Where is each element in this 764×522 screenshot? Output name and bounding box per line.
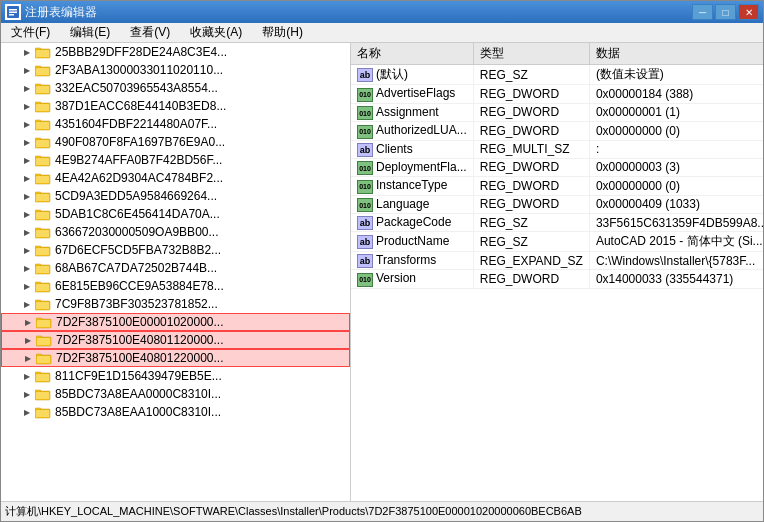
cell-type: REG_DWORD (473, 195, 589, 214)
svg-rect-103 (35, 391, 50, 392)
cell-name: 010AuthorizedLUA... (351, 122, 473, 141)
close-button[interactable]: ✕ (738, 4, 759, 20)
tree-arrow-icon: ▶ (22, 352, 34, 364)
svg-rect-22 (36, 104, 49, 111)
table-row[interactable]: 010DeploymentFla...REG_DWORD0x00000003 (… (351, 158, 763, 177)
status-text: 计算机\HKEY_LOCAL_MACHINE\SOFTWARE\Classes\… (5, 504, 582, 519)
tree-arrow-icon: ▶ (21, 406, 33, 418)
tree-item[interactable]: ▶ 7D2F3875100E00001020000... (1, 313, 350, 331)
tree-item[interactable]: ▶ 85BDC73A8EAA1000C8310I... (1, 403, 350, 421)
tree-item[interactable]: ▶ 25BBB29DFF28DE24A8C3E4... (1, 43, 350, 61)
tree-arrow-icon: ▶ (21, 190, 33, 202)
tree-item[interactable]: ▶ 85BDC73A8EAA0000C8310I... (1, 385, 350, 403)
maximize-button[interactable]: □ (715, 4, 736, 20)
tree-item[interactable]: ▶ 68AB67CA7DA72502B744B... (1, 259, 350, 277)
tree-arrow-icon: ▶ (21, 262, 33, 274)
tree-label: 4EA42A62D9304AC4784BF2... (55, 171, 223, 185)
tree-item[interactable]: ▶ 636672030000509ОA9BB00... (1, 223, 350, 241)
svg-rect-23 (35, 103, 50, 104)
tree-item[interactable]: ▶ 7D2F3875100E40801220000... (1, 349, 350, 367)
svg-rect-57 (36, 230, 49, 237)
cell-name: 010AdvertiseFlags (351, 85, 473, 104)
menu-item[interactable]: 文件(F) (5, 22, 56, 43)
tree-item[interactable]: ▶ 2F3ABA13000033011020110... (1, 61, 350, 79)
folder-icon (35, 99, 51, 113)
menu-item[interactable]: 编辑(E) (64, 22, 116, 43)
svg-rect-47 (36, 194, 49, 201)
table-row[interactable]: 010VersionREG_DWORD0x14000033 (335544371… (351, 270, 763, 289)
tree-item[interactable]: ▶ 5DAB1C8C6E456414DA70A... (1, 205, 350, 223)
cell-type: REG_MULTI_SZ (473, 140, 589, 158)
folder-icon (35, 279, 51, 293)
svg-rect-48 (35, 193, 50, 194)
tree-arrow-icon: ▶ (22, 316, 34, 328)
left-pane[interactable]: ▶ 25BBB29DFF28DE24A8C3E4...▶ 2F3ABA13000… (1, 43, 351, 501)
cell-name: 010Assignment (351, 103, 473, 122)
tree-item[interactable]: ▶ 332EAC50703965543A8554... (1, 79, 350, 97)
tree-item[interactable]: ▶ 387D1EACC68E44140B3ED8... (1, 97, 350, 115)
regedit-window: 注册表编辑器 ─ □ ✕ 文件(F)编辑(E)查看(V)收藏夹(A)帮助(H) … (0, 0, 764, 522)
svg-rect-83 (36, 319, 51, 320)
menu-item[interactable]: 帮助(H) (256, 22, 309, 43)
cell-data: 0x00000000 (0) (589, 177, 763, 196)
title-bar-left: 注册表编辑器 (5, 4, 97, 21)
menu-item[interactable]: 收藏夹(A) (184, 22, 248, 43)
tree-label: 2F3ABA13000033011020110... (55, 63, 223, 77)
svg-rect-63 (35, 247, 50, 248)
cell-name: abClients (351, 140, 473, 158)
tree-label: 6E815EB96CCE9A53884E78... (55, 279, 224, 293)
tree-label: 25BBB29DFF28DE24A8C3E4... (55, 45, 227, 59)
folder-icon (35, 63, 51, 77)
svg-rect-17 (36, 86, 49, 93)
table-row[interactable]: abClientsREG_MULTI_SZ: (351, 140, 763, 158)
cell-name: 010Language (351, 195, 473, 214)
col-name: 名称 (351, 43, 473, 65)
folder-icon (35, 207, 51, 221)
cell-type: REG_DWORD (473, 103, 589, 122)
tree-item[interactable]: ▶ 7D2F3875100E40801120000... (1, 331, 350, 349)
tree-item[interactable]: ▶ 4351604FDBF2214480A07F... (1, 115, 350, 133)
cell-type: REG_DWORD (473, 177, 589, 196)
tree-item[interactable]: ▶ 4E9B274AFFA0B7F42BD56F... (1, 151, 350, 169)
type-icon-dword: 010 (357, 180, 373, 194)
svg-rect-32 (36, 140, 49, 147)
svg-rect-92 (37, 356, 50, 363)
right-pane[interactable]: 名称 类型 数据 ab(默认)REG_SZ(数值未设置)010Advertise… (351, 43, 763, 501)
svg-rect-58 (35, 229, 50, 230)
title-controls: ─ □ ✕ (692, 4, 759, 20)
cell-type: REG_DWORD (473, 158, 589, 177)
cell-data: 0x00000003 (3) (589, 158, 763, 177)
table-row[interactable]: abTransformsREG_EXPAND_SZC:\Windows\Inst… (351, 252, 763, 270)
tree-item[interactable]: ▶ 67D6ECF5CD5FBA732B8B2... (1, 241, 350, 259)
tree-arrow-icon: ▶ (21, 370, 33, 382)
type-icon-dword: 010 (357, 88, 373, 102)
svg-rect-97 (36, 374, 49, 381)
tree-item[interactable]: ▶ 5CD9A3EDD5A9584669264... (1, 187, 350, 205)
table-row[interactable]: abProductNameREG_SZAutoCAD 2015 - 简体中文 (… (351, 232, 763, 252)
tree-item[interactable]: ▶ 6E815EB96CCE9A53884E78... (1, 277, 350, 295)
tree-label: 7C9F8B73BF303523781852... (55, 297, 218, 311)
table-row[interactable]: 010AuthorizedLUA...REG_DWORD0x00000000 (… (351, 122, 763, 141)
tree-arrow-icon: ▶ (21, 298, 33, 310)
table-row[interactable]: 010LanguageREG_DWORD0x00000409 (1033) (351, 195, 763, 214)
svg-rect-18 (35, 85, 50, 86)
table-row[interactable]: 010InstanceTypeREG_DWORD0x00000000 (0) (351, 177, 763, 196)
tree-label: 85BDC73A8EAA0000C8310I... (55, 387, 221, 401)
minimize-button[interactable]: ─ (692, 4, 713, 20)
tree-item[interactable]: ▶ 490F0870F8FA1697B76E9A0... (1, 133, 350, 151)
tree-item[interactable]: ▶ 811CF9E1D156439479EB5E... (1, 367, 350, 385)
table-row[interactable]: ab(默认)REG_SZ(数值未设置) (351, 65, 763, 85)
cell-name: 010InstanceType (351, 177, 473, 196)
table-row[interactable]: abPackageCodeREG_SZ33F5615C631359F4DB599… (351, 214, 763, 232)
svg-rect-43 (35, 175, 50, 176)
table-row[interactable]: 010AdvertiseFlagsREG_DWORD0x00000184 (38… (351, 85, 763, 104)
svg-rect-52 (36, 212, 49, 219)
svg-rect-8 (35, 49, 50, 50)
folder-icon (35, 153, 51, 167)
menu-item[interactable]: 查看(V) (124, 22, 176, 43)
table-row[interactable]: 010AssignmentREG_DWORD0x00000001 (1) (351, 103, 763, 122)
tree-item[interactable]: ▶ 4EA42A62D9304AC4784BF2... (1, 169, 350, 187)
content-area: ▶ 25BBB29DFF28DE24A8C3E4...▶ 2F3ABA13000… (1, 43, 763, 501)
tree-item[interactable]: ▶ 7C9F8B73BF303523781852... (1, 295, 350, 313)
tree-label: 387D1EACC68E44140B3ED8... (55, 99, 226, 113)
